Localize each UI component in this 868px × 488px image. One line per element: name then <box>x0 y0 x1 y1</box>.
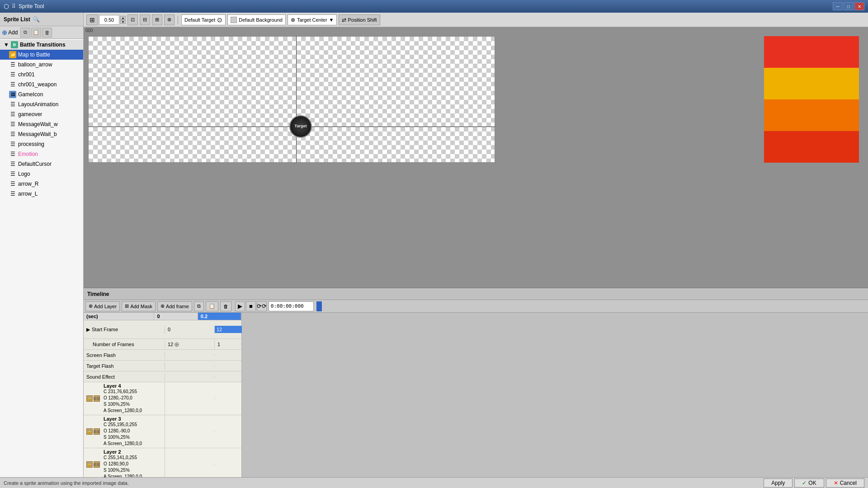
fit-button[interactable]: ⊞ <box>86 14 98 25</box>
gameicon-label: GameIcon <box>18 91 43 98</box>
delete-button[interactable]: 🗑 <box>42 28 52 38</box>
status-bar: Create a sprite animation using the impo… <box>0 477 868 488</box>
layer4-vis-icon[interactable]: ⊞⊞ <box>94 395 100 402</box>
zoom-control: ⊞ 0.50 ▲ ▼ <box>86 14 126 25</box>
stop-button[interactable]: ■ <box>246 301 256 311</box>
start-frame-col0[interactable]: 0 <box>165 326 215 333</box>
balloon-arrow-label: balloon_arrow <box>18 61 52 68</box>
paste-button[interactable]: 📋 <box>31 28 41 38</box>
add-icon: ⊕ <box>2 29 7 36</box>
maximize-button[interactable]: □ <box>844 2 854 10</box>
loop-button[interactable]: ⟳⟳ <box>257 301 267 311</box>
target-center-dropdown[interactable]: ⊕ Target Center ▼ <box>288 14 337 25</box>
status-bar-right: Apply ✓ OK ✕ Cancel <box>764 479 864 488</box>
title-bar-dots: ⠿ <box>12 3 16 9</box>
paste-frame-button[interactable]: 📋 <box>206 301 218 311</box>
apply-button[interactable]: Apply <box>764 479 793 488</box>
arrow-l-label: arrow_L <box>18 191 38 197</box>
default-target-dropdown[interactable]: Default Target ⊙ <box>181 14 226 25</box>
zoom-down-arrow[interactable]: ▼ <box>120 20 126 24</box>
playback-controls: ▶ ■ ⟳⟳ <box>235 301 267 311</box>
chr001-icon: ☰ <box>9 71 16 78</box>
sidebar-toolbar: ⊕ Add ⧉ 📋 🗑 <box>0 26 83 39</box>
canvas-color-panel <box>764 36 859 163</box>
chr001-weapon-icon: ☰ <box>9 81 16 88</box>
num-frames-add-icon[interactable]: ⊕ <box>174 341 179 348</box>
close-button[interactable]: ✕ <box>854 2 864 10</box>
target-circle[interactable]: Target <box>289 115 312 138</box>
sidebar-item-arrow-l[interactable]: ☰ arrow_L <box>0 189 83 199</box>
sidebar-item-chr001[interactable]: ☰ chr001 <box>0 70 83 80</box>
emotion-icon: ☰ <box>9 150 16 158</box>
logo-label: Logo <box>18 171 30 177</box>
sidebar-item-messagewait-w[interactable]: ☰ MessageWait_w <box>0 119 83 129</box>
sound-effect-col0[interactable] <box>165 376 215 378</box>
layer2-lock-icon[interactable]: 🔒 <box>86 461 93 468</box>
target-label: Target <box>295 124 307 129</box>
position-shift-button[interactable]: ⇄ Position Shift <box>339 14 380 25</box>
copy-frame-button[interactable]: ⧉ <box>194 301 204 311</box>
target-flash-col0[interactable] <box>165 365 215 367</box>
delete-frame-button[interactable]: 🗑 <box>220 301 231 311</box>
title-bar-text: Sprite Tool <box>19 3 44 9</box>
view-button-2[interactable]: ⊟ <box>140 14 150 25</box>
layer2-vis-icon[interactable]: ⊞⊞ <box>94 461 100 468</box>
timeline-title: Timeline <box>87 291 109 297</box>
sidebar-item-processing[interactable]: ☰ processing <box>0 139 83 149</box>
sidebar-item-arrow-r[interactable]: ☰ arrow_R <box>0 179 83 189</box>
sidebar-item-messagewait-b[interactable]: ☰ MessageWait_b <box>0 129 83 139</box>
sidebar-item-gameicon[interactable]: 🖼 GameIcon <box>0 89 83 99</box>
zoom-input[interactable]: 0.50 <box>99 15 119 25</box>
battle-transitions-header[interactable]: ▼ B Battle Transitions <box>0 40 83 50</box>
sidebar-item-chr001-weapon[interactable]: ☰ chr001_weapon <box>0 80 83 89</box>
messagewait-w-icon: ☰ <box>9 121 16 128</box>
layer4-lock-icon[interactable]: 🔒 <box>86 395 93 402</box>
default-cursor-label: DefaultCursor <box>18 161 52 167</box>
grid-view-button[interactable]: ⊡ <box>127 14 138 25</box>
minimize-button[interactable]: ─ <box>833 2 843 10</box>
processing-label: processing <box>18 141 44 147</box>
messagewait-b-label: MessageWait_b <box>18 131 57 137</box>
cancel-icon: ✕ <box>834 480 838 486</box>
sidebar-item-layout-animation[interactable]: ☰ LayoutAnimation <box>0 99 83 109</box>
default-background-icon <box>231 17 237 23</box>
layout-animation-icon: ☰ <box>9 101 16 108</box>
timeline-labels: (sec) 0 0.2 ▶ Start Frame 0 12 <box>84 313 242 477</box>
sidebar-item-balloon-arrow[interactable]: ☰ balloon_arrow <box>0 60 83 70</box>
cancel-button[interactable]: ✕ Cancel <box>826 479 864 488</box>
add-label[interactable]: Add <box>8 29 18 36</box>
copy-button[interactable]: ⧉ <box>20 28 30 38</box>
layer4-col0[interactable] <box>165 398 215 399</box>
add-layer-icon: ⊕ <box>89 303 93 309</box>
default-background-dropdown[interactable]: Default Background <box>227 14 286 25</box>
sidebar-item-map-to-battle[interactable]: 📁 Map to Battle <box>0 50 83 60</box>
layer3-vis-icon[interactable]: ⊞⊞ <box>94 428 100 435</box>
layer3-name: Layer 3 <box>104 416 142 422</box>
sprite-list-label: Sprite List <box>4 16 30 23</box>
add-layer-button[interactable]: ⊕ Add Layer <box>85 301 120 311</box>
layer4-name: Layer 4 <box>104 383 142 389</box>
sidebar-item-gameover[interactable]: ☰ gameover <box>0 109 83 119</box>
canvas-viewport[interactable] <box>88 36 495 163</box>
add-mask-button[interactable]: ⊞ Add Mask <box>122 301 156 311</box>
sidebar-item-logo[interactable]: ☰ Logo <box>0 169 83 179</box>
layer2-icons: 🔒 ⊞⊞ <box>86 461 102 468</box>
layer3-col0[interactable] <box>165 431 215 432</box>
content-area: ⊞ 0.50 ▲ ▼ ⊡ ⊟ ⊞ ⊛ Default Target ⊙ Defa… <box>84 13 868 477</box>
view-button-4[interactable]: ⊛ <box>164 14 175 25</box>
time-cursor[interactable] <box>316 301 322 311</box>
sidebar-item-default-cursor[interactable]: ☰ DefaultCursor <box>0 159 83 169</box>
view-button-3[interactable]: ⊞ <box>152 14 162 25</box>
start-frame-expand[interactable]: ▶ <box>86 327 90 333</box>
search-icon: 🔍 <box>33 16 40 23</box>
ok-button[interactable]: ✓ OK <box>794 479 824 488</box>
screen-flash-col0[interactable] <box>165 354 215 356</box>
processing-icon: ☰ <box>9 141 16 148</box>
layer2-col0[interactable] <box>165 464 215 465</box>
add-frame-button[interactable]: ⊕ Add frame <box>157 301 192 311</box>
title-bar: ⬡ ⠿ Sprite Tool ─ □ ✕ <box>0 0 868 13</box>
sidebar-item-emotion[interactable]: ☰ Emotion <box>0 149 83 159</box>
zoom-up-arrow[interactable]: ▲ <box>120 16 126 20</box>
play-button[interactable]: ▶ <box>235 301 245 311</box>
layer3-lock-icon[interactable]: 🔒 <box>86 428 93 435</box>
